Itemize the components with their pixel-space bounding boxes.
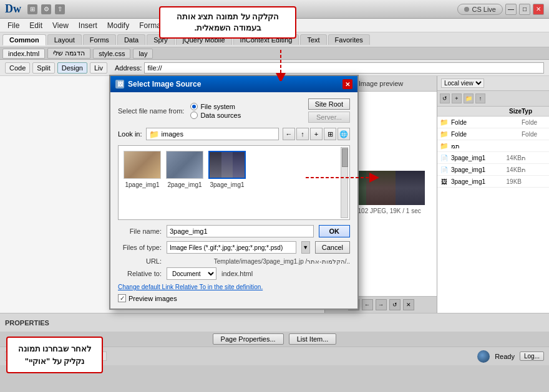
lookin-back-icon[interactable]: ← — [283, 128, 295, 140]
file-size-4: 14KB — [497, 155, 522, 161]
local-view-select[interactable]: Local view — [441, 79, 484, 88]
url-row: URL: ../הקלמות-אתר/ Template/images/3pag… — [118, 257, 350, 265]
preview-checkbox[interactable] — [118, 294, 126, 302]
doc-tab-lay[interactable]: lay — [133, 49, 153, 59]
radio-datasources-btn[interactable] — [190, 112, 198, 119]
img-person-b — [221, 152, 233, 178]
filetype-value: Image Files (*.gif;*.jpg;*.jpeg;*.png;*.… — [170, 244, 283, 251]
file-row-4[interactable]: 📄 3page_img1 14KB ת — [437, 152, 549, 164]
doc-tab-style[interactable]: style.css — [93, 49, 130, 59]
delete-icon[interactable]: ✕ — [403, 299, 414, 310]
thumb-item-1[interactable]: 1page_img1 — [124, 151, 161, 188]
thumb-item-3[interactable]: 3page_img1 — [208, 151, 246, 188]
files-col-header: Size Typ — [437, 107, 549, 117]
page-properties-btn[interactable]: Page Properties... — [213, 333, 284, 345]
files-toolbar-icon-2[interactable]: + — [452, 93, 462, 103]
toolbar: Code Split Design Liv Address: — [0, 60, 549, 76]
relative-select[interactable]: Document — [167, 267, 216, 280]
files-list: Size Typ 📁 Folde Folde 📁 Folde Folde 📁 — [437, 107, 549, 313]
files-toolbar: ↺ + 📁 ↑ — [437, 91, 549, 107]
thumb-img-3[interactable] — [208, 151, 246, 179]
ok-btn[interactable]: OK — [319, 225, 351, 237]
file-row-1[interactable]: 📁 Folde Folde — [437, 117, 549, 128]
cancel-btn[interactable]: Cancel — [315, 241, 350, 254]
lookin-view-icon[interactable]: ⊞ — [324, 128, 336, 140]
top-annotation-text: הקלקה על תמונה תציג אותה בעמודה השמאלית. — [177, 12, 279, 32]
thumb-img-1[interactable] — [124, 151, 161, 179]
cs-live-btn[interactable]: CS Live — [457, 4, 503, 15]
globe-icon — [477, 350, 490, 363]
grid-icon[interactable]: ⊞ — [27, 4, 37, 14]
doc-tab-index[interactable]: index.html — [2, 49, 45, 59]
files-toolbar-icon-4[interactable]: ↑ — [475, 93, 485, 103]
cs-live-dot — [464, 7, 469, 12]
file-type-2: Folde — [522, 131, 547, 138]
tab-text[interactable]: Text — [300, 34, 326, 45]
col-size: Size — [497, 108, 522, 115]
tab-favorites[interactable]: Favorites — [328, 34, 370, 45]
files-toolbar-icon-3[interactable]: 📁 — [464, 93, 474, 103]
file-row-6[interactable]: 🖼 3page_img1 19KB — [437, 176, 549, 188]
radio-filesystem-btn[interactable] — [190, 103, 198, 110]
relative-row: Relative to: Document index.html — [118, 267, 350, 280]
title-bar-right: CS Live — □ ✕ — [457, 4, 544, 15]
file-row-5[interactable]: 📄 3page_img1 14KB ת — [437, 164, 549, 176]
tab-forms[interactable]: Forms — [83, 34, 116, 45]
lookin-net-icon[interactable]: 🌐 — [338, 128, 350, 140]
maximize-btn[interactable]: □ — [519, 4, 530, 15]
site-root-btn[interactable]: Site Root — [308, 98, 350, 110]
tab-data[interactable]: Data — [117, 34, 145, 45]
lookin-up-icon[interactable]: ↑ — [296, 128, 309, 140]
code-btn[interactable]: Code — [5, 62, 30, 74]
gear-icon[interactable]: ⚙ — [41, 4, 51, 14]
lookin-label: Look in: — [118, 130, 142, 138]
thumb-scrollbar[interactable] — [341, 147, 348, 218]
source-row: Select file name from: File system Data … — [118, 98, 350, 123]
select-image-dialog: 🖼 Select Image Source ✕ Select file name… — [109, 75, 359, 310]
share-icon[interactable]: ⇧ — [55, 4, 65, 14]
doc-tab-demo[interactable]: הדגמה שלי — [47, 48, 90, 59]
minimize-btn[interactable]: — — [505, 4, 517, 15]
address-input[interactable] — [144, 62, 544, 74]
forward-icon[interactable]: → — [376, 299, 387, 310]
menu-file[interactable]: File — [2, 20, 24, 31]
menu-view[interactable]: View — [47, 20, 74, 31]
thumb-area: 1page_img1 2page_img1 — [118, 145, 350, 220]
bottom-annotation: לאחר שבחרנו תמונה נקליק על "אוקיי" — [6, 337, 103, 373]
server-btn[interactable]: Server... — [308, 112, 350, 123]
files-toolbar-icon-1[interactable]: ↺ — [440, 93, 450, 103]
log-btn[interactable]: Log... — [520, 351, 544, 361]
thumb-item-2[interactable]: 2page_img1 — [166, 151, 203, 188]
lookin-select[interactable]: 📁 images — [146, 128, 279, 140]
tab-layout[interactable]: Layout — [47, 34, 82, 45]
dw-window: Dw ⊞ ⚙ ⇧ CS Live — □ ✕ File Edit View In… — [0, 0, 549, 392]
menu-modify[interactable]: Modify — [102, 20, 134, 31]
tab-common[interactable]: Common — [2, 34, 46, 45]
people3-img — [210, 152, 245, 178]
live-btn[interactable]: Liv — [90, 62, 107, 74]
back-icon[interactable]: ← — [362, 299, 373, 310]
file-row-3[interactable]: 📁 תמ — [437, 140, 549, 152]
refresh-icon[interactable]: ↺ — [389, 299, 401, 310]
url-label: URL: — [118, 257, 162, 265]
relative-label: Relative to: — [118, 270, 162, 277]
radio-datasources[interactable]: Data sources — [190, 112, 241, 119]
filetype-arrow[interactable]: ▼ — [301, 241, 310, 254]
radio-filesystem[interactable]: File system — [190, 103, 241, 110]
filename-input[interactable] — [167, 225, 314, 237]
thumb-scroll-thumb[interactable] — [342, 148, 348, 167]
thumb-img-2[interactable] — [166, 151, 203, 179]
menu-insert[interactable]: Insert — [74, 20, 102, 31]
menu-edit[interactable]: Edit — [24, 20, 47, 31]
filetype-select[interactable]: Image Files (*.gif;*.jpg;*.jpeg;*.png;*.… — [167, 241, 296, 254]
dialog-close-btn[interactable]: ✕ — [343, 79, 352, 89]
change-link[interactable]: Change default Link Relative To in the s… — [118, 284, 350, 290]
file-row-2[interactable]: 📁 Folde Folde — [437, 128, 549, 140]
list-item-btn[interactable]: List Item... — [289, 333, 337, 345]
split-btn[interactable]: Split — [32, 62, 54, 74]
design-btn[interactable]: Design — [57, 62, 87, 74]
file-name-4: 3page_img1 — [451, 155, 497, 161]
close-btn[interactable]: ✕ — [533, 4, 544, 15]
lookin-new-icon[interactable]: + — [310, 128, 323, 140]
source-label: Select file name from: — [118, 107, 184, 115]
